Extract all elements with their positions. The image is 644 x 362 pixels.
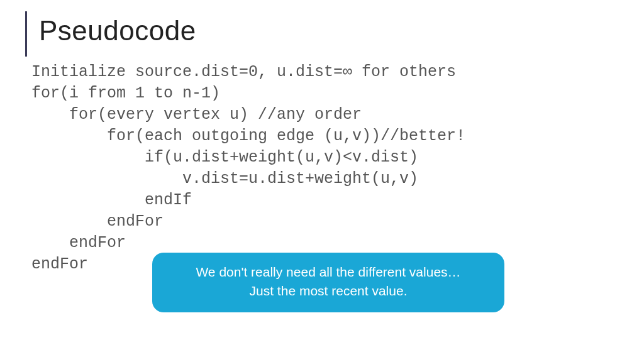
code-line: Initialize source.dist=0, u.dist=∞ for o…	[31, 63, 456, 81]
slide-title: Pseudocode	[39, 15, 619, 47]
callout-line-2: Just the most recent value.	[165, 282, 492, 300]
code-line: if(u.dist+weight(u,v)<v.dist)	[31, 148, 418, 167]
code-line: for(i from 1 to n-1)	[31, 84, 220, 102]
code-line: for(each outgoing edge (u,v))//better!	[31, 127, 465, 145]
code-line: endFor	[31, 255, 88, 273]
code-line: v.dist=u.dist+weight(u,v)	[31, 170, 418, 188]
callout-line-1: We don't really need all the different v…	[165, 263, 492, 282]
pseudocode-block: Initialize source.dist=0, u.dist=∞ for o…	[31, 62, 619, 275]
slide: Pseudocode Initialize source.dist=0, u.d…	[0, 0, 644, 362]
code-line: endFor	[31, 234, 126, 252]
title-accent-bar	[25, 11, 27, 57]
code-line: endIf	[31, 191, 192, 209]
callout-box: We don't really need all the different v…	[152, 253, 504, 312]
code-line: for(every vertex u) //any order	[31, 106, 362, 124]
code-line: endFor	[31, 212, 164, 231]
